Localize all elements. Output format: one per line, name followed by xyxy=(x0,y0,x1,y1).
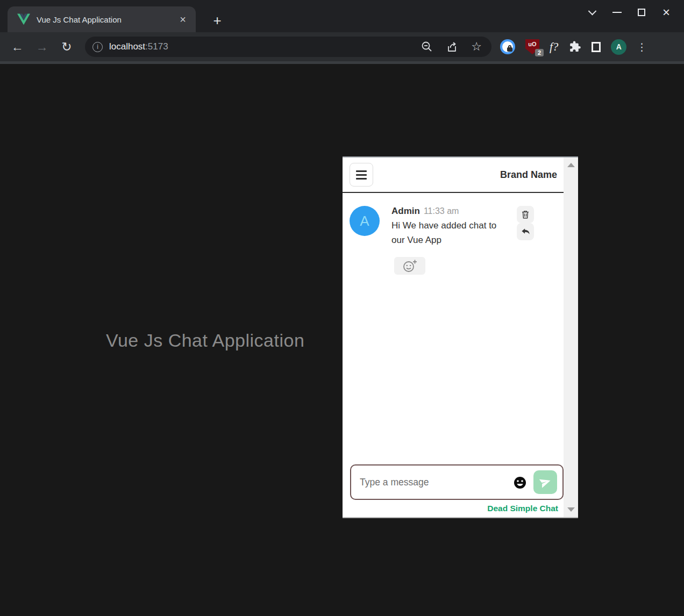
chevron-down-icon xyxy=(588,6,596,15)
maximize-button[interactable] xyxy=(629,4,654,21)
ublock-extension-icon[interactable]: uO 2 xyxy=(525,39,539,54)
lock-body xyxy=(507,47,512,52)
minimize-icon xyxy=(612,12,622,13)
add-reaction-button[interactable] xyxy=(394,257,425,275)
scroll-up-icon[interactable] xyxy=(567,163,575,167)
scroll-down-icon[interactable] xyxy=(567,507,575,512)
close-window-button[interactable]: × xyxy=(654,4,679,21)
message-timestamp: 11:33 am xyxy=(424,206,459,216)
trash-icon xyxy=(521,210,530,219)
password-manager-icon[interactable] xyxy=(500,39,515,54)
share-glyph xyxy=(445,40,458,53)
chat-scrollbar[interactable] xyxy=(564,157,578,517)
browser-toolbar: ← → ↻ i localhost:5173 xyxy=(0,32,684,61)
chat-footer: Dead Simple Chat xyxy=(343,500,564,517)
delete-message-button[interactable] xyxy=(517,206,534,223)
hamburger-bar xyxy=(356,174,367,176)
hamburger-icon xyxy=(356,170,367,172)
tab-title: Vue Js Chat Application xyxy=(37,15,176,24)
message-composer xyxy=(350,464,564,500)
share-icon[interactable] xyxy=(445,40,458,53)
site-info-icon[interactable]: i xyxy=(92,42,103,52)
web-page: Vue Js Chat Application Brand Name A xyxy=(0,64,684,616)
chat-message: A Admin 11:33 am Hi We have added chat t… xyxy=(350,206,556,247)
browser-tab[interactable]: Vue Js Chat Application × xyxy=(8,6,196,32)
maximize-icon xyxy=(638,9,645,16)
message-meta: Admin 11:33 am xyxy=(391,206,505,217)
url-port: :5173 xyxy=(145,41,168,52)
zoom-out-glyph xyxy=(421,40,433,53)
browser-window: Vue Js Chat Application × + × ← → ↻ i lo… xyxy=(0,0,684,616)
chat-message-list: A Admin 11:33 am Hi We have added chat t… xyxy=(343,193,564,464)
zoom-out-icon[interactable] xyxy=(421,40,433,53)
tab-close-icon[interactable]: × xyxy=(176,13,189,26)
address-bar[interactable]: i localhost:5173 ☆ xyxy=(85,37,491,57)
browser-menu-icon[interactable]: ⋮ xyxy=(637,41,647,53)
chat-main: Brand Name A Admin 11:33 am Hi We have a… xyxy=(343,157,564,517)
chat-widget: Brand Name A Admin 11:33 am Hi We have a… xyxy=(343,156,578,518)
reply-arrow-icon xyxy=(521,227,531,237)
ublock-label: uO xyxy=(528,41,536,47)
url-host: localhost xyxy=(109,41,145,52)
send-message-button[interactable] xyxy=(533,470,557,494)
ublock-badge: 2 xyxy=(535,49,544,56)
emoji-picker-button[interactable] xyxy=(513,476,527,490)
page-title: Vue Js Chat Application xyxy=(106,330,304,351)
chat-header: Brand Name xyxy=(343,157,564,193)
message-text: Hi We have added chat to our Vue App xyxy=(391,218,505,247)
reply-message-button[interactable] xyxy=(517,223,534,240)
extension-icons: uO 2 f? A ⋮ xyxy=(500,39,650,55)
send-plane-icon xyxy=(539,476,552,489)
forward-button[interactable]: → xyxy=(31,36,53,58)
vue-logo-icon xyxy=(17,13,30,25)
omnibox-actions: ☆ xyxy=(421,40,483,53)
hamburger-bar xyxy=(356,178,367,180)
sidebar-extension-icon[interactable] xyxy=(592,42,601,52)
minimize-button[interactable] xyxy=(604,4,629,21)
browser-titlebar: Vue Js Chat Application × + × xyxy=(0,0,684,32)
new-tab-button[interactable]: + xyxy=(209,12,226,29)
window-controls: × xyxy=(580,3,679,22)
back-button[interactable]: ← xyxy=(6,36,28,58)
message-content: Admin 11:33 am Hi We have added chat to … xyxy=(391,206,505,247)
user-avatar: A xyxy=(350,206,380,236)
url-text[interactable]: localhost:5173 xyxy=(109,41,168,52)
message-input[interactable] xyxy=(360,465,505,499)
reload-button[interactable]: ↻ xyxy=(56,36,77,58)
bookmark-star-icon[interactable]: ☆ xyxy=(470,40,483,53)
brand-name: Brand Name xyxy=(500,169,558,181)
tab-search-icon[interactable] xyxy=(580,4,604,21)
emoji-icon xyxy=(513,476,527,490)
hamburger-menu-button[interactable] xyxy=(350,163,373,187)
emoji-add-icon xyxy=(402,259,418,273)
fonts-extension-icon[interactable]: f? xyxy=(550,40,558,54)
extensions-puzzle-icon[interactable] xyxy=(568,40,581,53)
powered-by-link[interactable]: Dead Simple Chat xyxy=(487,504,558,513)
profile-avatar[interactable]: A xyxy=(611,39,626,55)
message-author: Admin xyxy=(391,206,420,217)
message-actions xyxy=(517,206,534,247)
